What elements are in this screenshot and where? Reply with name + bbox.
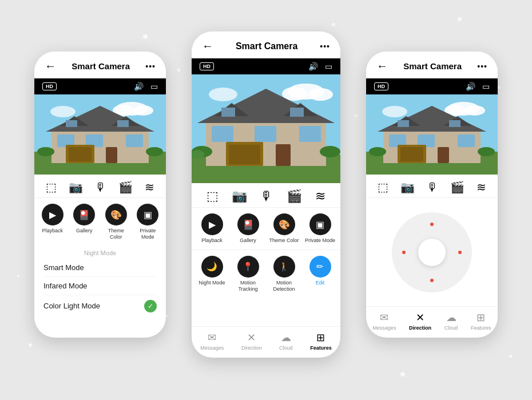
c-feature-edit[interactable]: ✏ Edit (304, 256, 336, 292)
svg-point-39 (320, 146, 340, 157)
left-screen-icon[interactable]: ▭ (150, 82, 158, 91)
c-feature-gallery[interactable]: 🎴 Gallery (232, 213, 264, 244)
svg-point-19 (146, 147, 163, 156)
dpad-center-button[interactable] (418, 239, 446, 266)
right-back-icon[interactable]: ← (376, 60, 388, 73)
c-feature-tracking[interactable]: 📍 Motion Tracking (232, 256, 264, 292)
r-nav-features[interactable]: ⊞ Features (471, 311, 491, 331)
c-night-icon: 🌙 (201, 256, 223, 278)
svg-rect-29 (221, 108, 235, 117)
r-nav-direction[interactable]: ✕ Direction (409, 311, 431, 331)
c-feature-theme[interactable]: 🎨 Theme Color (268, 213, 300, 244)
r-icon-camera[interactable]: 📷 (400, 180, 415, 194)
c-icon-video[interactable]: 🎬 (287, 189, 302, 204)
icon-video[interactable]: 🎬 (118, 180, 133, 194)
c-gallery-icon: 🎴 (237, 213, 259, 235)
direction-pad-area (366, 198, 498, 306)
left-hd-badge: HD (42, 82, 57, 90)
c-feature-detection[interactable]: 🚶 Motion Detection (268, 256, 300, 292)
r-nav-cloud[interactable]: ☁ Cloud (444, 311, 458, 331)
r-icon-fullscreen[interactable]: ⬚ (378, 180, 388, 194)
right-title: Smart Camera (403, 61, 462, 71)
left-video-bar: HD 🔊 ▭ (34, 78, 166, 94)
c-tracking-icon: 📍 (237, 256, 259, 278)
svg-rect-34 (299, 126, 321, 142)
feature-playback[interactable]: ▶ Playback (39, 204, 66, 240)
private-icon: ▣ (137, 204, 158, 225)
c-nav-features[interactable]: ⊞ Features (310, 331, 332, 351)
svg-rect-57 (400, 147, 423, 161)
center-icon-row: ⬚ 📷 🎙 🎬 ≋ (192, 183, 340, 208)
right-audio-icon[interactable]: 🔊 (466, 82, 475, 91)
center-hd-badge: HD (200, 62, 214, 70)
left-icon-row: ⬚ 📷 🎙 🎬 ≋ (34, 175, 166, 198)
svg-rect-9 (66, 120, 77, 127)
c-icon-camera[interactable]: 📷 (232, 189, 247, 204)
c-feature-private[interactable]: ▣ Private Mode (304, 213, 336, 244)
center-video-controls: 🔊 ▭ (308, 62, 332, 71)
left-video-controls: 🔊 ▭ (134, 82, 158, 91)
c-nav-messages[interactable]: ✉ Messages (200, 331, 224, 351)
c-messages-icon: ✉ (208, 331, 216, 344)
svg-rect-17 (106, 147, 117, 163)
r-cloud-icon: ☁ (446, 311, 456, 324)
r-nav-messages[interactable]: ✉ Messages (372, 311, 396, 331)
theme-label: Theme Color (102, 228, 130, 240)
icon-filter[interactable]: ≋ (145, 180, 154, 194)
center-feature-grid-2: 🌙 Night Mode 📍 Motion Tracking 🚶 Motion … (192, 249, 340, 298)
c-nav-cloud[interactable]: ☁ Cloud (279, 331, 293, 351)
icon-mic[interactable]: 🎙 (95, 181, 106, 194)
c-features-icon: ⊞ (316, 331, 325, 344)
phones-container: ← Smart Camera ••• HD 🔊 ▭ (0, 0, 532, 400)
c-nav-direction[interactable]: ✕ Direction (241, 331, 262, 351)
center-bottom-nav: ✉ Messages ✕ Direction ☁ Cloud ⊞ Feature… (192, 326, 340, 358)
r-icon-video[interactable]: 🎬 (450, 180, 464, 194)
dpad-outer[interactable] (392, 212, 472, 292)
c-icon-mic[interactable]: 🎙 (260, 189, 273, 204)
feature-theme-color[interactable]: 🎨 Theme Color (102, 204, 130, 240)
color-light-mode-label: Color Light Mode (43, 302, 100, 310)
c-edit-label: Edit (316, 280, 325, 286)
infared-mode-item[interactable]: Infared Mode (43, 277, 157, 295)
right-more-icon[interactable]: ••• (477, 62, 487, 71)
svg-rect-32 (212, 126, 233, 142)
left-phone-header: ← Smart Camera ••• (34, 52, 166, 78)
right-screen-icon[interactable]: ▭ (482, 82, 490, 91)
svg-rect-33 (255, 126, 276, 142)
icon-camera[interactable]: 📷 (69, 180, 83, 194)
center-audio-icon[interactable]: 🔊 (308, 62, 318, 71)
night-mode-title: Night Mode (43, 249, 157, 256)
c-theme-icon: 🎨 (273, 213, 295, 235)
right-phone-header: ← Smart Camera ••• (366, 52, 498, 78)
feature-gallery[interactable]: 🎴 Gallery (71, 204, 98, 240)
icon-fullscreen[interactable]: ⬚ (46, 180, 57, 194)
left-more-icon[interactable]: ••• (145, 62, 156, 71)
r-icon-filter[interactable]: ≋ (477, 180, 486, 194)
color-light-mode-item[interactable]: Color Light Mode ✓ (43, 295, 157, 317)
center-more-icon[interactable]: ••• (320, 42, 330, 51)
feature-private-mode[interactable]: ▣ Private Mode (134, 204, 162, 240)
c-icon-filter[interactable]: ≋ (315, 189, 325, 204)
svg-rect-55 (458, 134, 475, 147)
c-tracking-label: Motion Tracking (232, 280, 264, 292)
c-feature-night[interactable]: 🌙 Night Mode (196, 256, 228, 292)
left-back-icon[interactable]: ← (45, 60, 56, 73)
c-features-label: Features (310, 345, 332, 351)
r-direction-label: Direction (409, 325, 431, 331)
smart-mode-item[interactable]: Smart Mode (43, 259, 157, 277)
center-screen-icon[interactable]: ▭ (325, 62, 332, 71)
dpad-dot-left (402, 251, 406, 254)
center-feature-grid-1: ▶ Playback 🎴 Gallery 🎨 Theme Color ▣ Pri… (192, 208, 340, 249)
phone-left: ← Smart Camera ••• HD 🔊 ▭ (34, 52, 166, 338)
left-audio-icon[interactable]: 🔊 (134, 82, 144, 91)
r-icon-mic[interactable]: 🎙 (427, 181, 438, 194)
center-back-icon[interactable]: ← (202, 39, 213, 53)
gallery-label: Gallery (76, 228, 93, 234)
c-icon-fullscreen[interactable]: ⬚ (207, 189, 219, 204)
c-detection-icon: 🚶 (273, 256, 295, 278)
dpad-dot-bottom (430, 279, 434, 282)
playback-icon: ▶ (42, 204, 63, 225)
r-messages-label: Messages (372, 325, 396, 331)
svg-point-60 (478, 147, 495, 156)
c-feature-playback[interactable]: ▶ Playback (196, 213, 228, 244)
